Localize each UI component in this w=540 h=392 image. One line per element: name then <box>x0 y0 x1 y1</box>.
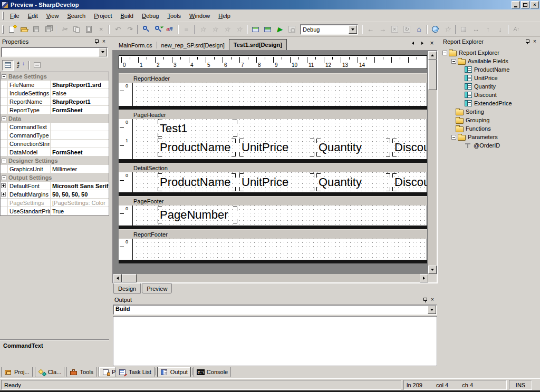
back-icon[interactable]: ← <box>364 24 377 35</box>
report-item-discount[interactable]: Discount <box>392 173 427 191</box>
favorites-icon[interactable]: ☆ <box>441 24 454 35</box>
tree-item--orderid[interactable]: @OrderID <box>441 141 540 150</box>
tab-mainform-cs[interactable]: MainForm.cs <box>114 40 157 50</box>
chevron-down-icon[interactable] <box>99 48 107 56</box>
pin-icon[interactable] <box>93 38 100 45</box>
home-icon[interactable]: ⌂ <box>413 24 425 35</box>
toggle-bookmark-icon[interactable]: ☆ <box>197 24 209 35</box>
menu-item-project[interactable]: Project <box>90 11 116 21</box>
section-design-area[interactable] <box>133 239 427 260</box>
report-designer[interactable]: 01234567891011121314 ReportHeader0PageHe… <box>112 50 438 283</box>
section-header-reportfooter[interactable]: ReportFooter <box>119 229 427 239</box>
tab-output[interactable]: Output <box>157 367 191 377</box>
move-up-icon[interactable]: ↑ <box>482 24 494 35</box>
tree-item-productname[interactable]: ProductName <box>441 65 540 74</box>
report-item-productname[interactable]: ProductName <box>158 173 236 191</box>
section-header-pagefooter[interactable]: PageFooter <box>119 196 427 205</box>
property-value[interactable]: Microsoft Sans Serif <box>51 182 109 190</box>
tree-item-quantity[interactable]: Quantity <box>441 82 540 91</box>
property-row[interactable]: DataModelFormSheet <box>1 148 109 156</box>
section-header-pageheader[interactable]: PageHeader <box>119 110 427 119</box>
report-item-discount[interactable]: Discount <box>392 139 427 156</box>
forward-icon[interactable]: → <box>377 24 389 35</box>
tree-item-sorting[interactable]: Sorting <box>441 107 540 116</box>
tab-task-list[interactable]: Task List <box>115 367 155 377</box>
designer-horizontal-scrollbar[interactable] <box>113 274 428 282</box>
tree-item-extendedprice[interactable]: ExtendedPrice <box>441 99 540 107</box>
menu-item-edit[interactable]: Edit <box>24 11 42 21</box>
undo-icon[interactable]: ↶ <box>111 24 123 35</box>
scroll-tabs-right-icon[interactable] <box>419 40 426 47</box>
tree-item-discount[interactable]: Discount <box>441 91 540 99</box>
find-in-files-icon[interactable] <box>152 24 164 35</box>
property-value[interactable] <box>51 140 109 148</box>
sort-icon[interactable]: A↑ <box>510 24 523 35</box>
paste-icon[interactable] <box>83 24 95 35</box>
tab-tools[interactable]: Tools <box>66 367 97 377</box>
toolbar-grip[interactable] <box>2 25 4 34</box>
prev-bookmark-icon[interactable]: ☆ <box>209 24 221 35</box>
close-icon[interactable]: × <box>429 297 436 303</box>
property-category[interactable]: Base Settings <box>1 72 109 81</box>
categorized-icon[interactable] <box>2 60 14 71</box>
close-icon[interactable]: × <box>100 38 108 45</box>
scroll-right-icon[interactable] <box>420 274 428 282</box>
property-row[interactable]: DefaultFontMicrosoft Sans Serif <box>1 182 109 190</box>
collapse-icon[interactable] <box>2 116 6 121</box>
report-item-quantity[interactable]: Quantity <box>316 173 390 191</box>
run-icon[interactable]: ▶ <box>274 24 286 35</box>
report-item-test1[interactable]: Test1 <box>158 120 237 137</box>
report-item-quantity[interactable]: Quantity <box>316 139 390 156</box>
horizontal-scroll-thumb[interactable] <box>122 274 137 282</box>
close-button[interactable]: × <box>531 1 539 8</box>
tree-item-report-explorer[interactable]: Report Explorer <box>441 48 540 57</box>
property-category[interactable]: Data <box>1 114 109 123</box>
vertical-scroll-thumb[interactable] <box>428 60 437 90</box>
menu-item-debug[interactable]: Debug <box>138 11 163 21</box>
property-category[interactable]: Designer Settings <box>1 156 109 165</box>
properties-panel-header[interactable]: Properties × <box>0 37 109 46</box>
property-value[interactable]: Millimeter <box>51 165 109 173</box>
tab-preview[interactable]: Preview <box>142 283 172 293</box>
resize-h-icon[interactable]: ↔ <box>470 24 482 35</box>
property-row[interactable]: CommandText <box>1 123 109 131</box>
property-value[interactable] <box>51 131 109 139</box>
tab-new-rep-sp-srd-design-[interactable]: new_rep_SP.srd[Design] <box>157 40 229 50</box>
output-panel-header[interactable]: Output × <box>112 295 438 305</box>
chevron-down-icon[interactable] <box>428 306 436 314</box>
report-item-unitprice[interactable]: UnitPrice <box>239 173 314 191</box>
horizontal-scroll-track[interactable] <box>137 274 420 282</box>
designer-vertical-scrollbar[interactable] <box>428 51 437 274</box>
section-header-reportheader[interactable]: ReportHeader <box>119 73 427 83</box>
cut-icon[interactable]: ✂ <box>59 24 71 35</box>
property-value[interactable]: True <box>51 207 109 215</box>
menu-grip[interactable] <box>2 12 4 20</box>
output-category-combobox[interactable]: Build <box>113 305 437 315</box>
property-row[interactable]: CommandType <box>1 131 109 140</box>
property-row[interactable]: FileNameSharpReport1.srd <box>1 81 109 89</box>
clear-bookmarks-icon[interactable]: ☆ <box>233 24 245 35</box>
property-row[interactable]: PageSettings[PageSettings: Color <box>1 199 109 207</box>
copy-icon[interactable] <box>71 24 83 35</box>
scroll-left-icon[interactable] <box>113 274 122 282</box>
save-all-icon[interactable] <box>42 24 54 35</box>
report-explorer-header[interactable]: Report Explorer × <box>441 37 540 46</box>
property-value[interactable]: FormSheet <box>51 106 109 114</box>
pin-icon[interactable] <box>524 38 531 45</box>
tree-item-functions[interactable]: Functions <box>441 124 540 133</box>
tree-item-unitprice[interactable]: UnitPrice <box>441 74 540 82</box>
property-row[interactable]: ConnectionString <box>1 140 109 148</box>
tab-design[interactable]: Design <box>113 283 141 294</box>
expand-icon[interactable] <box>1 192 6 197</box>
tree-item-parameters[interactable]: Parameters <box>441 133 540 141</box>
tab-test1-srd-design-[interactable]: Test1.srd[Design] <box>229 39 287 50</box>
new-file-icon[interactable] <box>6 24 18 35</box>
section-body[interactable]: 0 <box>119 239 427 260</box>
property-row[interactable]: ReportNameSharpReport1 <box>1 97 109 106</box>
collapse-icon[interactable] <box>2 74 6 79</box>
property-row[interactable]: IncludeSettingsFalse <box>1 89 109 97</box>
tab-cla-[interactable]: Cla... <box>35 367 65 377</box>
property-value[interactable] <box>51 123 109 131</box>
stop-icon[interactable] <box>286 24 298 35</box>
section-design-area[interactable] <box>133 83 427 106</box>
